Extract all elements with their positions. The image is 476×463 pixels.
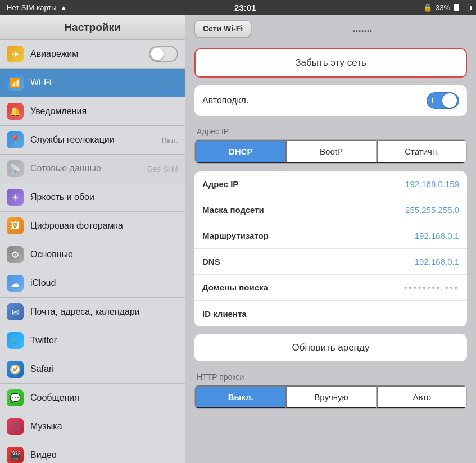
battery-icon bbox=[454, 4, 469, 11]
auto-connect-row: Автоподкл. I bbox=[194, 85, 467, 116]
icon-wifi: 📶 bbox=[7, 74, 24, 91]
info-row: Маршрутизатор 192.168.0.1 bbox=[194, 223, 467, 249]
icon-notifications: 🔔 bbox=[7, 103, 24, 120]
info-label: DNS bbox=[202, 257, 315, 266]
label-mail: Почта, адреса, календари bbox=[30, 307, 178, 317]
status-time: 23:01 bbox=[234, 3, 256, 12]
label-twitter: Twitter bbox=[30, 335, 178, 346]
info-label: ID клиента bbox=[202, 309, 315, 319]
http-proxy-segmented-control: Выкл.ВручнуюАвто bbox=[194, 385, 467, 409]
sidebar: Настройки ✈ Авиарежим 📶 Wi-Fi ...... 🔔 У… bbox=[0, 15, 185, 463]
info-row: DNS 192.168.0.1 bbox=[194, 249, 467, 275]
icon-cellular: 📡 bbox=[7, 160, 24, 177]
label-airplane: Авиарежим bbox=[30, 49, 149, 59]
info-label: Адрес IP bbox=[202, 179, 315, 189]
icon-twitter: 🐦 bbox=[7, 332, 24, 349]
sidebar-item-safari[interactable]: 🧭 Safari bbox=[0, 355, 185, 384]
dhcp-tab-статичн.[interactable]: Статичн. bbox=[377, 140, 466, 163]
icon-video: 🎬 bbox=[7, 447, 24, 463]
info-value: 192.168.0.1 bbox=[315, 231, 459, 240]
toggle-circle bbox=[442, 93, 457, 108]
icon-safari: 🧭 bbox=[7, 361, 24, 378]
sidebar-title: Настройки bbox=[0, 15, 185, 40]
info-label: Маска подсети bbox=[202, 205, 315, 215]
sidebar-item-wifi[interactable]: 📶 Wi-Fi ...... bbox=[0, 69, 185, 97]
status-bar: Нет SIM-карты ▲ 23:01 🔒 33% bbox=[0, 0, 476, 15]
info-label: Маршрутизатор bbox=[202, 231, 315, 240]
icon-brightness: ☀ bbox=[7, 189, 24, 206]
value-location: Вкл. bbox=[161, 135, 178, 145]
value-cellular: Без SIM bbox=[147, 164, 178, 174]
sidebar-item-messages[interactable]: 💬 Сообщения bbox=[0, 384, 185, 412]
label-messages: Сообщения bbox=[30, 393, 178, 403]
status-left: Нет SIM-карты ▲ bbox=[7, 3, 67, 12]
auto-connect-item: Автоподкл. I bbox=[194, 85, 467, 116]
panel-header: Сети Wi-Fi ....... bbox=[185, 15, 476, 43]
icon-airplane: ✈ bbox=[7, 46, 24, 62]
label-location: Службы геолокации bbox=[30, 135, 161, 145]
icon-general: ⚙ bbox=[7, 246, 24, 263]
info-label: Домены поиска bbox=[202, 283, 315, 292]
dhcp-tab-bootp[interactable]: BootP bbox=[285, 140, 376, 163]
label-cellular: Сотовые данные bbox=[30, 164, 147, 174]
label-frame: Цифровая фоторамка bbox=[30, 221, 178, 231]
sidebar-item-cellular[interactable]: 📡 Сотовые данные Без SIM bbox=[0, 155, 185, 183]
sidebar-item-brightness[interactable]: ☀ Яркость и обои bbox=[0, 183, 185, 212]
renew-button[interactable]: Обновить аренду bbox=[194, 334, 467, 361]
label-brightness: Яркость и обои bbox=[30, 192, 178, 202]
forget-network-button[interactable]: Забыть эту сеть bbox=[196, 49, 466, 76]
sidebar-item-airplane[interactable]: ✈ Авиарежим bbox=[0, 40, 185, 69]
icon-music: 🎵 bbox=[7, 418, 24, 435]
info-row: Маска подсети 255.255.255.0 bbox=[194, 197, 467, 223]
info-value: 192.168.0.1 bbox=[315, 257, 459, 266]
label-safari: Safari bbox=[30, 364, 178, 374]
icon-mail: ✉ bbox=[7, 303, 24, 320]
info-row: Адрес IP 192.168.0.159 bbox=[194, 171, 467, 197]
label-icloud: iCloud bbox=[30, 278, 178, 288]
http-tab-авто[interactable]: Авто bbox=[377, 385, 466, 408]
label-music: Музыка bbox=[30, 421, 178, 432]
right-panel: Сети Wi-Fi ....... Забыть эту сеть Автоп… bbox=[185, 15, 476, 463]
icon-location: 📍 bbox=[7, 131, 24, 148]
icon-messages: 💬 bbox=[7, 389, 24, 406]
sidebar-item-notifications[interactable]: 🔔 Уведомления bbox=[0, 97, 185, 126]
info-value: 255.255.255.0 bbox=[315, 205, 459, 215]
sidebar-item-music[interactable]: 🎵 Музыка bbox=[0, 412, 185, 441]
toggle-airplane[interactable] bbox=[149, 46, 178, 62]
panel-body: Забыть эту сеть Автоподкл. I Адрес IP DH… bbox=[185, 43, 476, 423]
label-general: Основные bbox=[30, 249, 178, 260]
http-tab-вручную[interactable]: Вручную bbox=[285, 385, 376, 408]
http-proxy-section-label: HTTP прокси bbox=[194, 369, 467, 385]
sidebar-item-mail[interactable]: ✉ Почта, адреса, календари bbox=[0, 298, 185, 326]
info-row: ID клиента bbox=[194, 301, 467, 326]
dhcp-tab-dhcp[interactable]: DHCP bbox=[195, 140, 285, 163]
renew-button-container: Обновить аренду bbox=[194, 334, 467, 361]
label-wifi: Wi-Fi bbox=[30, 78, 164, 88]
network-back-button[interactable]: Сети Wi-Fi bbox=[194, 20, 251, 37]
battery-percent: 33% bbox=[436, 3, 450, 12]
carrier-label: Нет SIM-карты bbox=[7, 3, 57, 12]
wifi-signal-icon: ▲ bbox=[60, 3, 67, 12]
sidebar-item-location[interactable]: 📍 Службы геолокации Вкл. bbox=[0, 126, 185, 155]
info-row: Домены поиска ••••••••.••• bbox=[194, 275, 467, 301]
icon-frame: 🖼 bbox=[7, 217, 24, 234]
sidebar-item-icloud[interactable]: ☁ iCloud bbox=[0, 269, 185, 298]
value-wifi: ...... bbox=[164, 78, 178, 88]
toggle-on-label: I bbox=[432, 97, 434, 105]
sidebar-item-video[interactable]: 🎬 Видео bbox=[0, 441, 185, 463]
icon-icloud: ☁ bbox=[7, 275, 24, 292]
network-name-display: ....... bbox=[258, 23, 467, 35]
auto-connect-label: Автоподкл. bbox=[202, 96, 427, 106]
auto-connect-toggle[interactable]: I bbox=[427, 92, 459, 109]
label-notifications: Уведомления bbox=[30, 106, 178, 116]
forget-network-container: Забыть эту сеть bbox=[194, 48, 467, 78]
info-value: ••••••••.••• bbox=[315, 283, 459, 292]
label-video: Видео bbox=[30, 450, 178, 460]
sidebar-item-general[interactable]: ⚙ Основные bbox=[0, 240, 185, 269]
sidebar-item-frame[interactable]: 🖼 Цифровая фоторамка bbox=[0, 212, 185, 240]
sidebar-item-twitter[interactable]: 🐦 Twitter bbox=[0, 326, 185, 355]
status-right: 🔒 33% bbox=[423, 3, 469, 12]
http-tab-выкл.[interactable]: Выкл. bbox=[195, 385, 285, 408]
main-content: Настройки ✈ Авиарежим 📶 Wi-Fi ...... 🔔 У… bbox=[0, 15, 476, 463]
info-value: 192.168.0.159 bbox=[315, 179, 459, 189]
